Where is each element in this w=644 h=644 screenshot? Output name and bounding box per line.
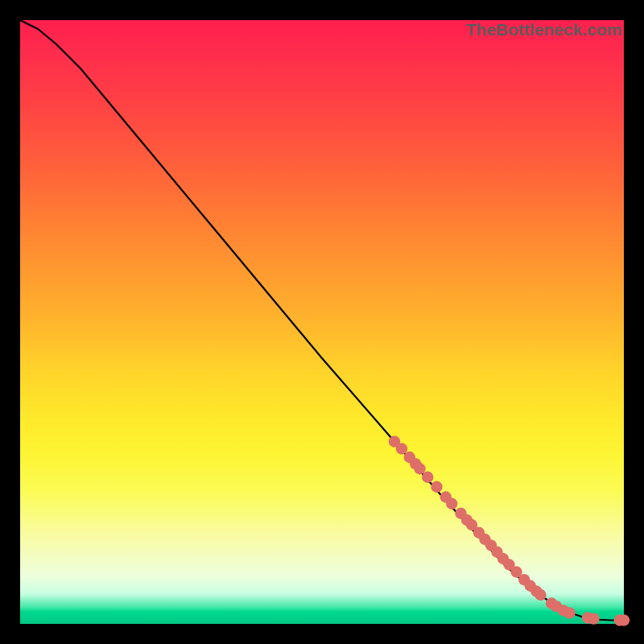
plot-area: TheBottleneck.com	[20, 20, 624, 624]
markers-group	[389, 436, 630, 625]
data-marker	[396, 443, 407, 454]
data-marker	[535, 589, 546, 601]
curve-line	[20, 20, 624, 621]
data-marker	[446, 498, 457, 510]
data-marker	[618, 614, 630, 625]
data-marker	[431, 481, 442, 493]
chart-svg	[20, 20, 624, 624]
data-marker	[422, 472, 433, 483]
data-marker	[588, 613, 599, 624]
data-marker	[414, 463, 425, 474]
chart-stage: TheBottleneck.com	[0, 0, 644, 644]
data-marker	[564, 607, 575, 618]
